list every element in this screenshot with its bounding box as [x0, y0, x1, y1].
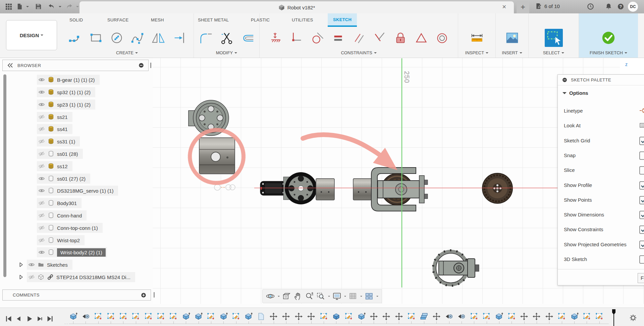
browser-item-label[interactable]: ss41	[57, 126, 68, 132]
browser-item-label[interactable]: ss21	[57, 114, 68, 120]
hidden-eye-icon[interactable]	[38, 126, 45, 132]
timeline-feature-box-icon[interactable]	[332, 312, 340, 321]
undo-icon[interactable]	[48, 3, 55, 10]
browser-item-label[interactable]: ss01 (27) (2)	[57, 176, 86, 182]
browser-item-label[interactable]: ss01 (28)	[57, 151, 78, 157]
timeline-feature-extrude-icon[interactable]	[244, 312, 253, 321]
timeline-feature-move-icon[interactable]	[307, 312, 315, 321]
part-servo-ring-gear[interactable]	[433, 250, 479, 286]
timeline-feature-extrude-icon[interactable]	[570, 312, 579, 321]
part-servo-horn-disc[interactable]	[283, 172, 317, 204]
group-label-create[interactable]: CREATE	[60, 50, 194, 55]
timeline-feature-extrude-icon[interactable]	[219, 312, 228, 321]
visibility-eye-icon[interactable]	[38, 89, 45, 95]
browser-scrollbar[interactable]	[3, 74, 6, 277]
constraint-tangent-button[interactable]	[310, 30, 325, 46]
timeline-feature-extrude-icon[interactable]	[495, 312, 503, 321]
timeline-feature-sketch-icon[interactable]	[557, 312, 566, 321]
browser-item-ss31-1[interactable]: ss31 (1)	[37, 136, 80, 146]
checkbox-show-constraints[interactable]	[639, 225, 644, 234]
browser-item-ss21[interactable]: ss21	[37, 112, 72, 122]
browser-item-label[interactable]: ss31 (1)	[57, 139, 75, 144]
timeline-feature-sketch-icon[interactable]	[482, 312, 491, 321]
timeline-feature-move-icon[interactable]	[395, 312, 403, 321]
playback-step-back-button[interactable]	[15, 315, 22, 323]
checkbox-show-points[interactable]	[639, 196, 644, 204]
hidden-eye-icon[interactable]	[28, 274, 35, 280]
constraint-fix-button[interactable]	[268, 30, 283, 46]
sketch-rectangle-button[interactable]	[88, 30, 104, 46]
timeline-feature-joint-icon[interactable]	[82, 312, 90, 321]
group-label-constraints[interactable]: CONSTRAINTS	[260, 50, 458, 55]
timeline-feature-sketch-icon[interactable]	[232, 312, 240, 321]
browser-item-sp23-1-1-2[interactable]: sp23 (1) (1) (2)	[37, 100, 95, 110]
constraint-equal-button[interactable]	[330, 30, 346, 46]
undo-caret-icon[interactable]	[59, 6, 61, 9]
timeline-feature-sketch-icon[interactable]	[107, 312, 115, 321]
modify-trim-button[interactable]	[219, 30, 234, 46]
playback-step-forward-button[interactable]	[36, 315, 43, 323]
constraint-lock-button[interactable]	[393, 30, 408, 46]
timeline-feature-sketch-icon[interactable]	[169, 312, 177, 321]
constraint-polygon-button[interactable]	[414, 30, 429, 46]
zoom-window-button[interactable]	[316, 292, 330, 301]
comments-grip[interactable]	[154, 292, 155, 298]
close-tab-icon[interactable]: ✕	[502, 4, 506, 10]
timeline-feature-sketch-icon[interactable]	[583, 312, 591, 321]
zoom-button[interactable]	[305, 292, 314, 301]
checkbox-snap[interactable]	[639, 151, 644, 160]
grid-settings-button[interactable]	[348, 292, 362, 301]
timeline-feature-sketch-icon[interactable]	[320, 312, 328, 321]
timeline-feature-extrude-icon[interactable]	[194, 312, 203, 321]
visibility-eye-icon[interactable]	[38, 187, 45, 194]
pan-button[interactable]	[293, 292, 303, 301]
visibility-eye-icon[interactable]	[38, 175, 45, 182]
timeline-feature-sketch-icon[interactable]	[207, 312, 215, 321]
browser-item-label[interactable]: sp23 (1) (1) (2)	[57, 102, 91, 108]
checkbox-show-dimensions[interactable]	[639, 211, 644, 219]
select-tool-button[interactable]	[545, 29, 563, 47]
group-label-insert[interactable]: INSERT	[496, 50, 528, 55]
redo-icon[interactable]	[66, 3, 73, 10]
timeline-feature-move-icon[interactable]	[520, 312, 528, 321]
constraint-horizontal-vertical-button[interactable]	[289, 30, 304, 46]
constraint-coincident-button[interactable]	[372, 30, 387, 46]
part-wrist-cylinder[interactable]	[199, 138, 235, 174]
modify-offset-button[interactable]	[240, 30, 255, 46]
hidden-eye-icon[interactable]	[38, 212, 45, 219]
file-icon[interactable]	[16, 3, 23, 10]
notifications-bell-icon[interactable]	[605, 3, 612, 10]
timeline-feature-sketch-icon[interactable]	[94, 312, 102, 321]
constraint-parallel-button[interactable]	[351, 30, 367, 46]
part-bracket-servo-assembly[interactable]	[371, 168, 428, 211]
browser-item-ds3218mg-servo-1-1[interactable]: DS3218MG_servo (1) (1)	[37, 186, 118, 196]
hidden-eye-icon[interactable]	[38, 237, 45, 244]
redo-caret-icon[interactable]	[76, 6, 79, 9]
timeline-feature-sketch-icon[interactable]	[344, 312, 353, 321]
timeline-feature-sketch-icon[interactable]	[131, 312, 140, 321]
hidden-eye-icon[interactable]	[38, 163, 45, 170]
browser-item-label[interactable]: DS3218MG_servo (1) (1)	[57, 188, 113, 194]
visibility-eye-icon[interactable]	[28, 261, 35, 268]
browser-item-wrist-top2[interactable]: Wrist-top2	[37, 235, 85, 245]
timeline-feature-sketch-icon[interactable]	[157, 312, 165, 321]
timeline-feature-move-icon[interactable]	[382, 312, 390, 321]
palette-options-section[interactable]: Options	[562, 90, 588, 96]
timeline-playhead[interactable]	[613, 310, 614, 326]
file-caret-icon[interactable]	[26, 6, 29, 9]
browser-item-sketches[interactable]: Sketches	[18, 260, 72, 270]
playback-play-button[interactable]	[25, 315, 33, 323]
app-grid-icon[interactable]	[5, 3, 12, 10]
browser-item-b-gear-1-1-2[interactable]: B-gear (1) (1) (2)	[37, 75, 100, 85]
hidden-eye-icon[interactable]	[38, 150, 45, 157]
checkbox-slice[interactable]	[639, 166, 644, 175]
comments-panel-header[interactable]: COMMENTS	[2, 289, 151, 301]
browser-grip[interactable]	[150, 63, 151, 68]
group-label-inspect[interactable]: INSPECT	[458, 50, 495, 55]
timeline-feature-sketch-icon[interactable]	[507, 312, 516, 321]
expand-arrow-icon[interactable]	[18, 262, 24, 268]
browser-item-conn-hand[interactable]: Conn-hand	[37, 210, 87, 220]
timeline-feature-move-icon[interactable]	[545, 312, 553, 321]
display-settings-button[interactable]	[332, 292, 346, 301]
job-clock-icon[interactable]	[587, 3, 594, 10]
